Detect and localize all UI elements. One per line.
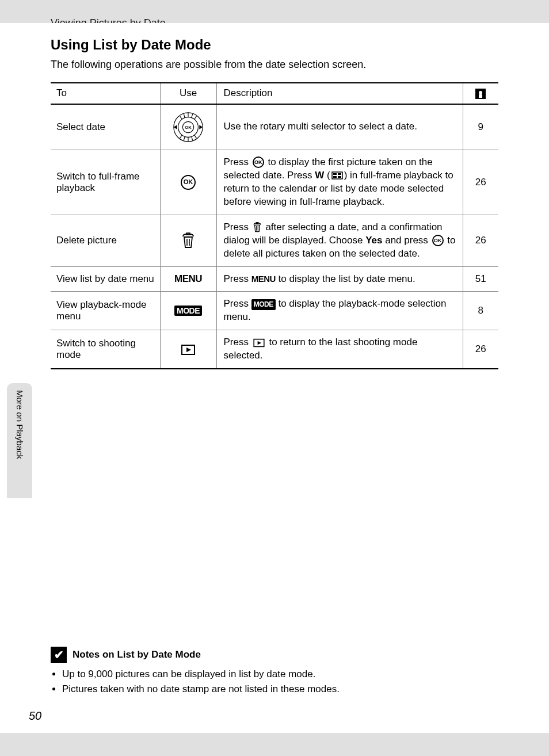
table-row: Select date OK	[51, 104, 498, 150]
th-page-ref	[463, 83, 498, 104]
svg-text:OK: OK	[185, 125, 192, 130]
cell-to: Switch to shooting mode	[51, 330, 160, 369]
svg-rect-20	[333, 176, 337, 178]
note-item: Up to 9,000 pictures can be displayed in…	[62, 669, 498, 680]
ok-icon: OK	[181, 175, 196, 190]
cell-description: Press after selecting a date, and a conf…	[216, 215, 463, 266]
play-icon	[181, 344, 196, 356]
svg-rect-21	[338, 176, 341, 178]
notes-title: Notes on List by Date Mode	[73, 649, 201, 660]
svg-line-8	[184, 114, 185, 118]
thumbnail-icon	[331, 171, 343, 180]
page-number: 50	[29, 709, 41, 723]
cell-to: View playback-mode menu	[51, 292, 160, 330]
svg-line-7	[180, 116, 182, 120]
table-row: View playback-mode menu MODE Press MODE …	[51, 292, 498, 330]
svg-rect-17	[332, 172, 342, 179]
cell-page: 51	[463, 266, 498, 292]
cell-use	[160, 330, 216, 369]
svg-rect-2	[479, 94, 482, 98]
cell-page: 8	[463, 292, 498, 330]
cell-use: OK	[160, 150, 216, 215]
page-heading: Using List by Date Mode	[51, 37, 498, 53]
svg-line-15	[192, 136, 193, 140]
svg-line-10	[192, 114, 193, 118]
cell-to: Select date	[51, 104, 160, 150]
mode-icon: MODE	[251, 299, 276, 310]
side-tab: More on Playback	[7, 383, 32, 498]
cell-description: Press MENU to display the list by date m…	[216, 266, 463, 292]
cell-description: Press OK to display the first picture ta…	[216, 150, 463, 215]
page-body: Using List by Date Mode The following op…	[0, 23, 549, 733]
side-tab-label: More on Playback	[15, 390, 25, 459]
play-icon	[253, 338, 265, 348]
cell-use: OK	[160, 104, 216, 150]
th-to: To	[51, 83, 160, 104]
svg-point-1	[479, 91, 482, 94]
cell-use	[160, 215, 216, 266]
th-description: Description	[216, 83, 463, 104]
svg-line-11	[195, 116, 197, 120]
cell-page: 9	[463, 104, 498, 150]
menu-icon: MENU	[251, 274, 276, 284]
ok-icon: OK	[432, 235, 444, 246]
table-row: Delete picture Press after selecting a d…	[51, 215, 498, 266]
cell-description: Press MODE to display the playback-mode …	[216, 292, 463, 330]
menu-icon: MENU	[174, 273, 202, 284]
cell-to: Switch to full-frame playback	[51, 150, 160, 215]
cell-use: MENU	[160, 266, 216, 292]
notes-section: ✔ Notes on List by Date Mode Up to 9,000…	[51, 647, 498, 698]
cell-page: 26	[463, 150, 498, 215]
table-row: Switch to full-frame playback OK Press O…	[51, 150, 498, 215]
cell-to: View list by date menu	[51, 266, 160, 292]
page-ref-icon	[475, 88, 486, 100]
table-row: Switch to shooting mode Press to return …	[51, 330, 498, 369]
note-item: Pictures taken with no date stamp are no…	[62, 684, 498, 695]
trash-icon	[181, 232, 195, 249]
cell-page: 26	[463, 330, 498, 369]
cell-description: Use the rotary multi selector to select …	[216, 104, 463, 150]
cell-page: 26	[463, 215, 498, 266]
svg-line-16	[195, 135, 197, 138]
ok-icon: OK	[253, 156, 264, 168]
trash-icon	[253, 222, 262, 232]
intro-text: The following operations are possible fr…	[51, 59, 498, 71]
check-icon: ✔	[51, 647, 67, 663]
svg-rect-19	[338, 173, 341, 175]
table-row: View list by date menu MENU Press MENU t…	[51, 266, 498, 292]
mode-icon: MODE	[174, 306, 202, 316]
th-use: Use	[160, 83, 216, 104]
svg-line-13	[184, 136, 185, 140]
rotary-selector-icon: OK	[171, 110, 205, 144]
operations-table: To Use Description Select date	[51, 82, 498, 369]
cell-use: MODE	[160, 292, 216, 330]
cell-description: Press to return to the last shooting mod…	[216, 330, 463, 369]
svg-rect-18	[333, 173, 337, 175]
cell-to: Delete picture	[51, 215, 160, 266]
svg-line-12	[180, 135, 182, 138]
